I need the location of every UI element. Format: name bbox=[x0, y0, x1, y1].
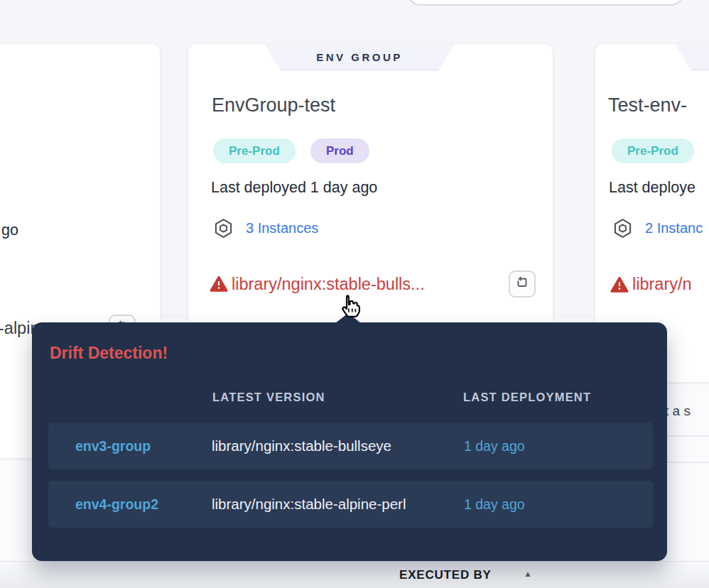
warning-triangle-icon bbox=[610, 275, 629, 298]
top-toolbar-fragment bbox=[407, 0, 684, 6]
latest-version-value: library/nginx:stable-alpine-perl bbox=[212, 496, 406, 513]
redeploy-button[interactable] bbox=[509, 271, 536, 298]
env-group-link[interactable]: env3-group bbox=[75, 438, 151, 454]
instances-hexagon-icon bbox=[612, 217, 634, 242]
preprod-badge: Pre-Prod bbox=[612, 138, 694, 163]
last-deployed-text: Last deployed 1 day ago bbox=[211, 179, 377, 197]
table-row: env4-group2 library/nginx:stable-alpine-… bbox=[48, 481, 653, 528]
tooltip-title: Drift Detection! bbox=[50, 344, 168, 363]
last-deployed-text: Last deploye bbox=[609, 179, 696, 197]
table-header-row: EXECUTED BY ▲ bbox=[0, 561, 709, 588]
drift-dashboard: t a s go -alpine-... ENV GROUP EnvGroup-… bbox=[0, 0, 709, 588]
redeploy-icon bbox=[514, 274, 531, 294]
table-row-divider bbox=[665, 462, 709, 463]
warning-triangle-icon bbox=[209, 274, 229, 297]
last-deployment-value: 1 day ago bbox=[464, 438, 525, 454]
env-group-link[interactable]: env4-group2 bbox=[75, 496, 158, 513]
background-text-fragment: t a s bbox=[665, 403, 691, 419]
last-deployed-text: go bbox=[1, 222, 18, 239]
executed-by-column-header[interactable]: EXECUTED BY bbox=[399, 568, 492, 582]
env-group-ribbon: ENV GROUP bbox=[264, 44, 455, 70]
drift-detection-tooltip: Drift Detection! LATEST VERSION LAST DEP… bbox=[32, 322, 667, 561]
preprod-badge: Pre-Prod bbox=[213, 138, 296, 163]
table-row-divider bbox=[665, 435, 709, 437]
drift-image-link[interactable]: library/n bbox=[632, 275, 692, 294]
table-row: env3-group library/nginx:stable-bullseye… bbox=[48, 423, 653, 469]
column-header-latest-version: LATEST VERSION bbox=[212, 391, 325, 404]
sort-asc-icon[interactable]: ▲ bbox=[524, 569, 532, 579]
instances-link[interactable]: 3 Instances bbox=[246, 220, 318, 236]
drift-image-link[interactable]: library/nginx:stable-bulls... bbox=[232, 275, 425, 294]
instances-link[interactable]: 2 Instanc bbox=[645, 220, 703, 236]
card-title: Test-env- bbox=[608, 94, 687, 116]
card-title: EnvGroup-test bbox=[212, 94, 335, 116]
prod-badge: Prod bbox=[310, 138, 369, 163]
latest-version-value: library/nginx:stable-bullseye bbox=[212, 437, 391, 454]
tooltip-caret bbox=[335, 313, 361, 323]
instances-hexagon-icon bbox=[212, 217, 234, 242]
last-deployment-value: 1 day ago bbox=[464, 496, 525, 513]
column-header-last-deployment: LAST DEPLOYMENT bbox=[463, 391, 591, 404]
